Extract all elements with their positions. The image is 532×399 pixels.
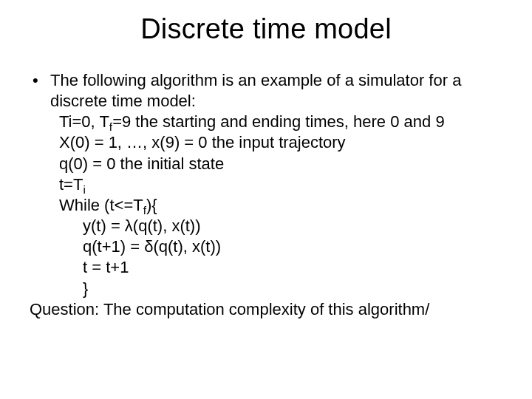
slide-body: • The following algorithm is an example … xyxy=(30,70,502,320)
text-fragment: =9 the starting and ending times, here 0… xyxy=(112,112,444,131)
text-fragment: ){ xyxy=(146,196,157,214)
question-line: Question: The computation complexity of … xyxy=(30,299,502,320)
algo-line-9: } xyxy=(30,279,502,299)
algo-line-7: q(t+1) = δ(q(t), x(t)) xyxy=(30,236,502,257)
text-fragment: While (t<=T xyxy=(59,196,143,214)
text-fragment: Ti=0, T xyxy=(59,112,109,131)
slide-title: Discrete time model xyxy=(30,13,502,45)
algo-line-1: Ti=0, Tf=9 the starting and ending times… xyxy=(30,112,502,132)
bullet-marker: • xyxy=(30,70,50,91)
bullet-text: The following algorithm is an example of… xyxy=(50,70,502,112)
bullet-item: • The following algorithm is an example … xyxy=(30,70,502,112)
algo-line-5: While (t<=Tf){ xyxy=(30,195,502,216)
algo-line-3: q(0) = 0 the initial state xyxy=(30,154,502,174)
algo-line-4: t=Ti xyxy=(30,174,502,195)
algo-line-2: X(0) = 1, …, x(9) = 0 the input trajecto… xyxy=(30,132,502,153)
algo-line-6: y(t) = λ(q(t), x(t)) xyxy=(30,216,502,236)
text-fragment: t=T xyxy=(59,175,83,194)
subscript-i: i xyxy=(83,183,85,196)
algo-line-8: t = t+1 xyxy=(30,257,502,278)
